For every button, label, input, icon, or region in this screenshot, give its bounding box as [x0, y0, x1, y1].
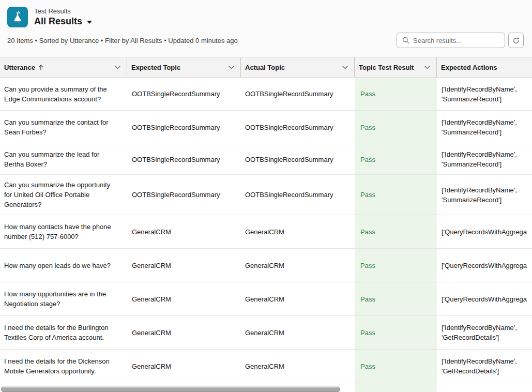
- expected-actions-cell: ['IdentifyRecordByName', 'GetRecordDetai…: [437, 350, 532, 383]
- object-label: Test Results: [34, 7, 92, 16]
- table-row: Can you summarize the opportunity for Un…: [0, 175, 532, 215]
- expected-topic-cell-value: OOTBSingleRecordSummary: [132, 123, 220, 132]
- expected-actions-cell: ['IdentifyRecordByName', 'SummarizeRecor…: [437, 78, 532, 110]
- expected-actions-cell-value: ['QueryRecordsWithAggrega: [442, 261, 527, 270]
- expected-topic-cell-value: OOTBSingleRecordSummary: [132, 155, 220, 164]
- topic-test-result-cell: Pass: [355, 78, 437, 110]
- utterance-cell-value: Can you summarize the opportunity for Un…: [4, 180, 119, 209]
- topic-test-result-cell: Pass: [355, 111, 437, 144]
- page-header: Test Results All Results: [0, 0, 532, 27]
- chevron-down-icon[interactable]: [111, 66, 120, 69]
- column-header-utterance[interactable]: Utterance: [0, 57, 127, 77]
- expected-actions-cell: ['QueryRecordsWithAggrega: [437, 249, 532, 282]
- topic-test-result-cell: Pass: [355, 249, 437, 282]
- expected-topic-cell-value: GeneralCRM: [132, 261, 171, 270]
- actual-topic-cell: OOTBSingleRecordSummary: [241, 175, 355, 215]
- utterance-cell: Can you provide a summary of the Edge Co…: [0, 78, 127, 110]
- topic-test-result-cell-value: Pass: [360, 89, 375, 99]
- utterance-cell: Can you summarize the opportunity for Un…: [0, 175, 127, 215]
- topic-test-result-cell: Pass: [355, 316, 437, 349]
- actual-topic-cell: GeneralCRM: [241, 249, 355, 282]
- utterance-cell: How many open leads do we have?: [0, 249, 127, 282]
- topic-test-result-cell: Pass: [355, 175, 437, 215]
- utterance-cell-value: I need the details for the Burlington Te…: [4, 323, 119, 342]
- expected-topic-cell-value: GeneralCRM: [132, 227, 171, 237]
- actual-topic-cell: GeneralCRM: [241, 282, 355, 315]
- table-row: How many opportunities are in the Negoti…: [0, 282, 532, 316]
- expected-topic-cell: GeneralCRM: [127, 350, 241, 383]
- search-box[interactable]: [397, 33, 505, 48]
- topic-test-result-cell: Pass: [355, 350, 437, 383]
- topic-test-result-cell-value: Pass: [360, 123, 375, 132]
- actual-topic-cell-value: OOTBSingleRecordSummary: [245, 190, 333, 200]
- refresh-button[interactable]: [508, 33, 524, 48]
- topic-test-result-cell: [355, 383, 437, 392]
- actual-topic-cell-value: OOTBSingleRecordSummary: [245, 123, 333, 132]
- toolbar: 20 Items • Sorted by Utterance • Filter …: [7, 32, 524, 49]
- topic-test-result-cell: Pass: [355, 215, 437, 248]
- list-view-selector[interactable]: All Results: [34, 16, 92, 27]
- expected-actions-cell: ['IdentifyRecordByName', 'GetRecordDetai…: [437, 316, 532, 349]
- table-row: How many open leads do we have?GeneralCR…: [0, 249, 532, 282]
- title-block: Test Results All Results: [34, 7, 92, 27]
- dropdown-caret-icon: [87, 21, 92, 24]
- expected-actions-cell-value: ['IdentifyRecordByName', 'SummarizeRecor…: [442, 84, 532, 104]
- utterance-cell-value: How many opportunities are in the Negoti…: [4, 289, 119, 309]
- actual-topic-cell: OOTBSingleRecordSummary: [241, 111, 355, 144]
- flask-icon: [7, 7, 28, 27]
- utterance-cell: How many contacts have the phone number …: [0, 215, 127, 248]
- expected-topic-cell: OOTBSingleRecordSummary: [127, 175, 241, 215]
- topic-test-result-cell-value: Pass: [360, 227, 375, 237]
- expected-topic-cell: OOTBSingleRecordSummary: [127, 78, 241, 110]
- actual-topic-cell-value: GeneralCRM: [245, 328, 284, 338]
- expected-topic-cell: GeneralCRM: [127, 215, 241, 248]
- topic-test-result-cell-value: Pass: [360, 361, 375, 371]
- chevron-down-icon[interactable]: [224, 66, 234, 69]
- search-icon: [402, 37, 409, 44]
- utterance-cell: I need the details for the Dickenson Mob…: [0, 350, 127, 383]
- topic-test-result-cell: Pass: [355, 282, 437, 315]
- horizontal-scrollbar-thumb[interactable]: [1, 387, 340, 392]
- actual-topic-cell: GeneralCRM: [241, 350, 355, 383]
- expected-topic-cell-value: GeneralCRM: [132, 328, 171, 338]
- column-header-expected-topic[interactable]: Expected Topic: [127, 57, 241, 77]
- list-summary: 20 Items • Sorted by Utterance • Filter …: [7, 37, 238, 44]
- column-header-actual-topic[interactable]: Actual Topic: [241, 57, 355, 77]
- chevron-down-icon[interactable]: [338, 66, 348, 69]
- topic-test-result-cell-value: Pass: [360, 155, 375, 164]
- utterance-cell: Can you summarize the contact for Sean F…: [0, 111, 127, 144]
- actual-topic-cell-value: OOTBSingleRecordSummary: [245, 89, 333, 99]
- table-header-row: UtteranceExpected TopicActual TopicTopic…: [0, 57, 532, 78]
- expected-actions-cell: ['IdentifyRecordByName', 'SummarizeRecor…: [437, 111, 532, 144]
- table-row: I need the details for the Burlington Te…: [0, 316, 532, 350]
- utterance-cell-value: Can you summarize the contact for Sean F…: [4, 117, 119, 137]
- expected-actions-cell-value: ['QueryRecordsWithAggrega: [442, 294, 527, 304]
- column-header-label: Expected Actions: [441, 64, 497, 71]
- table-row: Can you provide a summary of the Edge Co…: [0, 78, 532, 111]
- actual-topic-cell: OOTBSingleRecordSummary: [241, 78, 355, 110]
- actual-topic-cell-value: OOTBSingleRecordSummary: [245, 155, 333, 164]
- column-header-topic-test-result[interactable]: Topic Test Result: [355, 57, 437, 77]
- column-header-label: Utterance: [4, 64, 35, 71]
- toolbar-actions: [397, 33, 524, 48]
- column-header-label: Topic Test Result: [359, 64, 414, 71]
- expected-actions-cell-value: ['QueryRecordsWithAggrega: [442, 227, 527, 237]
- utterance-cell-value: I need the details for the Dickenson Mob…: [4, 356, 119, 376]
- actual-topic-cell-value: GeneralCRM: [245, 227, 284, 237]
- topic-test-result-cell: Pass: [355, 144, 437, 174]
- expected-topic-cell-value: GeneralCRM: [132, 361, 171, 371]
- search-input[interactable]: [413, 37, 499, 44]
- table-row: How many contacts have the phone number …: [0, 215, 532, 249]
- expected-actions-cell: ['IdentifyRecordByName', 'SummarizeRecor…: [437, 144, 532, 174]
- topic-test-result-cell-value: Pass: [360, 261, 375, 270]
- chevron-down-icon[interactable]: [420, 66, 430, 69]
- sort-ascending-icon: [38, 65, 43, 70]
- column-header-expected-actions[interactable]: Expected Actions: [437, 57, 532, 77]
- topic-test-result-cell-value: Pass: [360, 294, 375, 304]
- actual-topic-cell: GeneralCRM: [241, 215, 355, 248]
- actual-topic-cell: GeneralCRM: [241, 316, 355, 349]
- actual-topic-cell-value: GeneralCRM: [245, 294, 284, 304]
- expected-actions-cell: ['IdentifyRecordByName',: [437, 383, 532, 392]
- utterance-cell-value: Can you provide a summary of the Edge Co…: [4, 84, 119, 104]
- actual-topic-cell-value: GeneralCRM: [245, 361, 284, 371]
